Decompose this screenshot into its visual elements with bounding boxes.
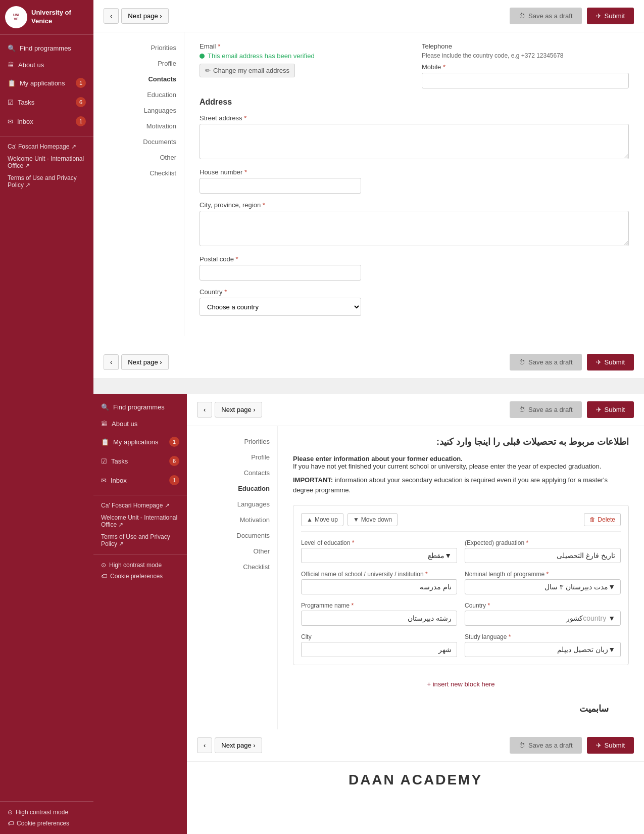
sidebar-item-inbox-2[interactable]: ✉ Inbox 1 (93, 471, 187, 490)
next-page-button[interactable]: Next page › (121, 8, 168, 24)
bottom-next-button-1[interactable]: Next page › (121, 354, 168, 370)
sidebar-item-about-us[interactable]: 🏛 About us (0, 57, 93, 73)
edu-country-value: کشور (470, 614, 583, 622)
bottom-save-draft-button-1[interactable]: ⏱ Save as a draft (510, 354, 581, 370)
submit-label: Submit (605, 12, 625, 20)
sidebar-item-find-programmes[interactable]: 🔍 Find programmes (0, 40, 93, 57)
sidebar-external-links: Ca' Foscari Homepage ↗ Welcome Unit - In… (0, 136, 93, 195)
inbox-label-2: Inbox (111, 477, 127, 484)
education-fields-grid: Level of education * مقطع ▼ (301, 539, 621, 657)
mobile-label: Mobile * (422, 63, 629, 71)
block-toolbar: ▲ Move up ▼ Move down 🗑 (301, 513, 621, 532)
submit-button[interactable]: ✈ Submit (587, 8, 634, 24)
school-name-field: Official name of school / university / i… (301, 571, 457, 594)
step-other[interactable]: Other (93, 150, 184, 165)
address-heading: Address (200, 98, 629, 107)
contrast-label-2: High contrast mode (109, 562, 162, 569)
ca-foscari-link-2[interactable]: Ca' Foscari Homepage ↗ (101, 499, 179, 512)
bottom-save-draft-button-2[interactable]: ⏱ Save as a draft (510, 737, 581, 754)
welcome-unit-link-2[interactable]: Welcome Unit - International Office ↗ (101, 512, 179, 531)
step-priorities-2[interactable]: Priorities (187, 434, 277, 449)
step-priorities[interactable]: Priorities (93, 40, 184, 56)
bottom-prev-button-1[interactable]: ‹ (104, 354, 119, 370)
prev-page-button-2[interactable]: ‹ (197, 402, 212, 418)
postal-required-marker: * (236, 255, 238, 263)
step-contacts-2[interactable]: Contacts (187, 465, 277, 481)
step-documents-2[interactable]: Documents (187, 528, 277, 543)
bottom-prev-button-2[interactable]: ‹ (197, 737, 212, 753)
high-contrast-mode-2[interactable]: ⊙ High contrast mode (101, 560, 179, 571)
cookie-preferences[interactable]: 🏷 Cookie preferences (8, 818, 86, 829)
high-contrast-mode[interactable]: ⊙ High contrast mode (8, 807, 86, 818)
email-telephone-row: Email * This email address has been veri… (200, 42, 629, 88)
school-name-value: نام مدرسه (420, 583, 452, 591)
top-navigation-bar: ‹ Next page › ⏱ Save as a draft ✈ Submit (93, 0, 644, 32)
top-navigation-bar-2: ‹ Next page › ⏱ Save as a draft ✈ Submit (187, 394, 644, 426)
insert-block-button[interactable]: + insert new block here (293, 675, 629, 693)
welcome-unit-link[interactable]: Welcome Unit - International Office ↗ (8, 153, 86, 172)
building-icon: 🏛 (8, 61, 14, 69)
sidebar-item-tasks-2[interactable]: ☑ Tasks 6 (93, 451, 187, 471)
telephone-label: Telephone (422, 42, 629, 50)
email-label: Email * (200, 42, 407, 50)
nominal-length-value: مدت دبیرستان ۳ سال (470, 583, 608, 591)
sidebar-item-my-applications-2[interactable]: 📋 My applications 1 (93, 432, 187, 451)
terms-link[interactable]: Terms of Use and Privacy Policy ↗ (8, 172, 86, 191)
sidebar-navigation: 🔍 Find programmes 🏛 About us 📋 My applic… (0, 35, 93, 136)
step-profile[interactable]: Profile (93, 56, 184, 71)
step-documents[interactable]: Documents (93, 134, 184, 150)
page-divider (93, 379, 644, 394)
country-select[interactable]: Choose a country (200, 298, 361, 316)
step-contacts[interactable]: Contacts (93, 71, 184, 87)
cookie-preferences-2[interactable]: 🏷 Cookie preferences (101, 571, 179, 582)
step-languages[interactable]: Languages (93, 103, 184, 118)
sidebar-item-tasks[interactable]: ☑ Tasks 6 (0, 92, 93, 112)
save-draft-button-2[interactable]: ⏱ Save as a draft (510, 401, 581, 418)
sidebar-item-find-programmes-2[interactable]: 🔍 Find programmes (93, 399, 187, 415)
cookie-icon-2: 🏷 (101, 573, 107, 580)
house-number-input[interactable] (200, 178, 361, 194)
sidebar-item-inbox[interactable]: ✉ Inbox 1 (0, 112, 93, 131)
step-motivation[interactable]: Motivation (93, 118, 184, 134)
sidebar-item-my-applications[interactable]: 📋 My applications 1 (0, 73, 93, 92)
pencil-icon: ✏ (205, 67, 211, 74)
step-checklist[interactable]: Checklist (93, 165, 184, 181)
mobile-required-marker: * (443, 63, 445, 71)
step-languages-2[interactable]: Languages (187, 496, 277, 512)
tasks-icon: ☑ (8, 99, 14, 106)
telephone-column: Telephone Please include the country cod… (422, 42, 629, 88)
level-education-field: Level of education * مقطع ▼ (301, 539, 457, 563)
terms-link-2[interactable]: Terms of Use and Privacy Policy ↗ (101, 531, 179, 550)
country-required-marker: * (224, 288, 227, 296)
step-education-2[interactable]: Education (187, 481, 277, 496)
save-draft-button[interactable]: ⏱ Save as a draft (510, 8, 581, 24)
city-input[interactable] (200, 211, 629, 246)
submit-button-2[interactable]: ✈ Submit (587, 401, 634, 418)
step-other-2[interactable]: Other (187, 543, 277, 559)
step-motivation-2[interactable]: Motivation (187, 512, 277, 528)
tasks-label-2: Tasks (111, 457, 128, 465)
prev-page-button[interactable]: ‹ (104, 8, 119, 24)
step-education[interactable]: Education (93, 87, 184, 103)
bottom-submit-label-2: Submit (605, 742, 625, 749)
postal-input[interactable] (200, 265, 361, 281)
mobile-input[interactable] (422, 73, 629, 88)
sidebar-item-about-us-2[interactable]: 🏛 About us (93, 415, 187, 432)
street-input[interactable] (200, 124, 629, 159)
email-required-marker: * (218, 42, 220, 50)
move-up-button[interactable]: ▲ Move up (301, 513, 343, 526)
change-email-button[interactable]: ✏ Change my email address (200, 64, 295, 77)
daan-academy-footer: DAAN ACADEMY (187, 762, 644, 798)
ca-foscari-link[interactable]: Ca' Foscari Homepage ↗ (8, 141, 86, 153)
next-page-button-2[interactable]: Next page › (215, 402, 262, 418)
step-profile-2[interactable]: Profile (187, 449, 277, 465)
move-down-button[interactable]: ▼ Move down (348, 513, 398, 526)
bottom-action-buttons-1: ⏱ Save as a draft ✈ Submit (510, 354, 634, 370)
applications-badge-2: 1 (169, 437, 179, 447)
edu-city-label: City (301, 633, 457, 640)
bottom-submit-button-2[interactable]: ✈ Submit (587, 737, 634, 754)
bottom-next-button-2[interactable]: Next page › (215, 737, 262, 753)
step-checklist-2[interactable]: Checklist (187, 559, 277, 575)
delete-block-button[interactable]: 🗑 Delete (584, 513, 621, 526)
bottom-submit-button-1[interactable]: ✈ Submit (587, 354, 634, 370)
